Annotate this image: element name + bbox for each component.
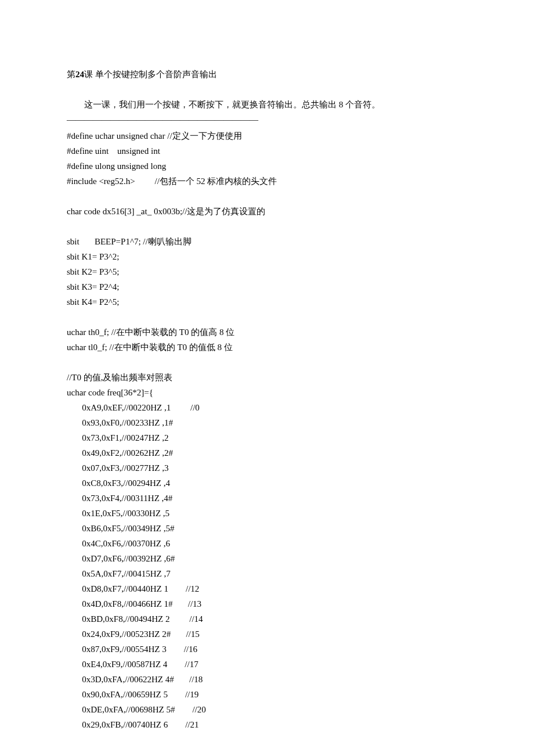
code-line: 0x5A,0xF7,//00415HZ ,7 xyxy=(67,566,467,581)
code-line: 0xDE,0xFA,//00698HZ 5# //20 xyxy=(67,702,467,717)
code-line: sbit BEEP=P1^7; //喇叭输出脚 xyxy=(67,234,467,249)
code-line: 0x24,0xF9,//00523HZ 2# //15 xyxy=(67,627,467,642)
code-line: 0x4D,0xF8,//00466HZ 1# //13 xyxy=(67,596,467,611)
code-line: 0xB6,0xF5,//00349HZ ,5# xyxy=(67,521,467,536)
blank-line xyxy=(67,355,467,370)
code-line: #define ulong unsigned long xyxy=(67,159,467,174)
code-line: 0x73,0xF1,//00247HZ ,2 xyxy=(67,430,467,445)
page-title: 第24课 单个按键控制多个音阶声音输出 xyxy=(67,67,467,82)
code-line: sbit K3= P2^4; xyxy=(67,279,467,294)
code-line: 0x87,0xF9,//00554HZ 3 //16 xyxy=(67,642,467,657)
title-suffix: 课 单个按键控制多个音阶声音输出 xyxy=(84,70,217,79)
code-line: 0xBD,0xF8,//00494HZ 2 //14 xyxy=(67,611,467,627)
divider-line: ―――――――――――――――――――――― xyxy=(67,112,467,127)
code-line: 0x4C,0xF6,//00370HZ ,6 xyxy=(67,536,467,551)
intro-paragraph: 这一课，我们用一个按键，不断按下，就更换音符输出。总共输出 8 个音符。 xyxy=(67,97,467,112)
code-line: uchar tl0_f; //在中断中装载的 T0 的值低 8 位 xyxy=(67,340,467,355)
code-line: char code dx516[3] _at_ 0x003b;//这是为了仿真设… xyxy=(67,204,467,219)
code-line: 0x93,0xF0,//00233HZ ,1# xyxy=(67,415,467,430)
code-line: 0x3D,0xFA,//00622HZ 4# //18 xyxy=(67,672,467,687)
blank-line xyxy=(67,189,467,204)
code-block: #define uchar unsigned char //定义一下方便使用#d… xyxy=(67,128,467,732)
code-line: 0x1E,0xF5,//00330HZ ,5 xyxy=(67,506,467,521)
code-line: 0x49,0xF2,//00262HZ ,2# xyxy=(67,445,467,460)
code-line: 0xD7,0xF6,//00392HZ ,6# xyxy=(67,551,467,566)
code-line: #include <reg52.h> //包括一个 52 标准内核的头文件 xyxy=(67,174,467,189)
code-line: 0xD8,0xF7,//00440HZ 1 //12 xyxy=(67,581,467,596)
code-line: 0x73,0xF4,//00311HZ ,4# xyxy=(67,491,467,506)
code-line: 0x07,0xF3,//00277HZ ,3 xyxy=(67,460,467,476)
code-line: //T0 的值,及输出频率对照表 xyxy=(67,370,467,385)
document-page: 第24课 单个按键控制多个音阶声音输出 这一课，我们用一个按键，不断按下，就更换… xyxy=(0,0,534,756)
blank-line xyxy=(67,309,467,325)
code-line: #define uchar unsigned char //定义一下方便使用 xyxy=(67,128,467,143)
code-line: 0x29,0xFB,//00740HZ 6 //21 xyxy=(67,717,467,732)
code-line: sbit K2= P3^5; xyxy=(67,264,467,279)
code-line: uchar th0_f; //在中断中装载的 T0 的值高 8 位 xyxy=(67,325,467,340)
blank-line xyxy=(67,219,467,234)
code-line: sbit K1= P3^2; xyxy=(67,249,467,264)
title-prefix: 第 xyxy=(67,70,75,79)
title-number: 24 xyxy=(75,70,84,79)
code-line: 0x90,0xFA,//00659HZ 5 //19 xyxy=(67,687,467,702)
code-line: 0xE4,0xF9,//00587HZ 4 //17 xyxy=(67,657,467,672)
code-line: uchar code freq[36*2]={ xyxy=(67,385,467,400)
code-line: 0xA9,0xEF,//00220HZ ,1 //0 xyxy=(67,400,467,415)
code-line: #define uint unsigned int xyxy=(67,143,467,159)
code-line: sbit K4= P2^5; xyxy=(67,294,467,309)
code-line: 0xC8,0xF3,//00294HZ ,4 xyxy=(67,476,467,491)
